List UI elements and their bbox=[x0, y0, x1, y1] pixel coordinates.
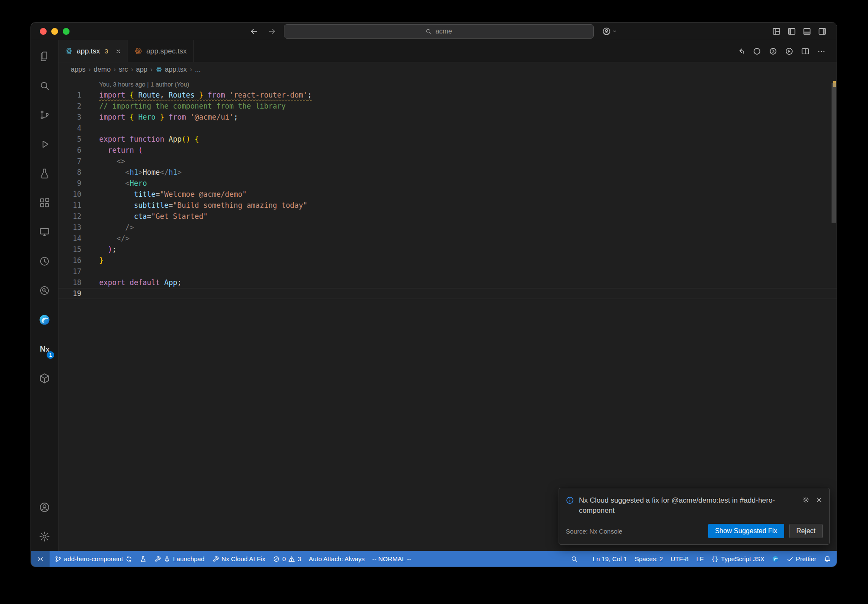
tab-app.spec.tsx[interactable]: app.spec.tsx bbox=[128, 40, 193, 62]
notification-source: Source: Nx Console bbox=[566, 528, 708, 535]
breadcrumb-item[interactable]: app bbox=[135, 66, 149, 73]
line-number[interactable]: 19 bbox=[58, 288, 81, 299]
zoom-icon bbox=[571, 556, 578, 562]
code-line-6: 6 return ( bbox=[58, 145, 837, 156]
more-actions-icon[interactable] bbox=[817, 47, 826, 56]
launchpad[interactable]: Launchpad bbox=[150, 551, 208, 567]
remote-indicator[interactable] bbox=[31, 551, 50, 567]
notification-close-icon[interactable] bbox=[815, 496, 823, 503]
nx-cloud-ai-fix[interactable]: Nx Cloud AI Fix bbox=[209, 551, 269, 567]
cursor-position[interactable]: Ln 19, Col 1 bbox=[589, 551, 631, 567]
notification-toast: Nx Cloud suggested a fix for @acme/demo:… bbox=[559, 488, 830, 545]
activity-extensions[interactable] bbox=[31, 188, 58, 217]
activity-run-debug[interactable] bbox=[31, 129, 58, 159]
line-number[interactable]: 14 bbox=[58, 233, 81, 244]
reject-button[interactable]: Reject bbox=[789, 524, 823, 538]
label: Ln 19, Col 1 bbox=[593, 555, 627, 562]
breadcrumb-item[interactable]: ... bbox=[194, 66, 202, 73]
line-content: ); bbox=[81, 244, 117, 255]
show-suggested-fix-button[interactable]: Show Suggested Fix bbox=[708, 524, 784, 538]
line-number[interactable]: 1 bbox=[58, 89, 81, 101]
activity-timeline[interactable] bbox=[31, 246, 58, 276]
activity-search[interactable] bbox=[31, 71, 58, 100]
line-number[interactable]: 4 bbox=[58, 123, 81, 134]
breadcrumb-separator: › bbox=[112, 66, 117, 73]
notifications-bell[interactable] bbox=[820, 551, 837, 567]
navigate-forward-button[interactable] bbox=[267, 27, 276, 36]
line-number[interactable]: 5 bbox=[58, 134, 81, 145]
line-number[interactable]: 3 bbox=[58, 112, 81, 123]
encoding[interactable]: UTF-8 bbox=[667, 551, 693, 567]
code-line-3: 3import { Hero } from '@acme/ui'; bbox=[58, 112, 837, 123]
notification-settings-icon[interactable] bbox=[802, 496, 810, 503]
maximize-window-button[interactable] bbox=[63, 28, 70, 35]
breadcrumb-item[interactable]: demo bbox=[92, 66, 112, 73]
navigate-back-button[interactable] bbox=[250, 27, 259, 36]
vim-mode[interactable]: -- NORMAL -- bbox=[368, 551, 415, 567]
discard-changes-icon[interactable] bbox=[737, 47, 745, 56]
activity-source-control[interactable] bbox=[31, 100, 58, 129]
line-number[interactable]: 17 bbox=[58, 266, 81, 277]
line-number[interactable]: 2 bbox=[58, 101, 81, 112]
line-number[interactable]: 15 bbox=[58, 244, 81, 255]
run-icon[interactable] bbox=[785, 47, 793, 56]
activity-inspect[interactable] bbox=[31, 276, 58, 305]
code-editor[interactable]: You, 3 hours ago | 1 author (You) 1impor… bbox=[58, 77, 837, 551]
customize-layout-button[interactable] bbox=[772, 27, 781, 36]
circle-icon[interactable] bbox=[753, 47, 761, 56]
activity-explorer[interactable] bbox=[31, 42, 58, 71]
auto-attach[interactable]: Auto Attach: Always bbox=[305, 551, 369, 567]
breadcrumb-item[interactable]: src bbox=[117, 66, 129, 73]
activity-edge[interactable] bbox=[31, 305, 58, 334]
label: UTF-8 bbox=[670, 555, 689, 562]
line-number[interactable]: 13 bbox=[58, 222, 81, 233]
breadcrumb-item[interactable]: apps bbox=[70, 66, 87, 73]
close-window-button[interactable] bbox=[40, 28, 47, 35]
eol[interactable]: LF bbox=[693, 551, 708, 567]
layout-sidebar-right-button[interactable] bbox=[818, 27, 826, 36]
line-content bbox=[81, 266, 99, 277]
activity-remote-explorer[interactable] bbox=[31, 217, 58, 246]
beaker-status[interactable] bbox=[136, 551, 150, 567]
line-content: } bbox=[81, 255, 103, 266]
window-controls bbox=[40, 28, 70, 35]
line-content: /> bbox=[81, 222, 134, 233]
line-content: export function App() { bbox=[81, 134, 199, 145]
minimize-window-button[interactable] bbox=[51, 28, 58, 35]
prettier[interactable]: Prettier bbox=[783, 551, 820, 567]
line-number[interactable]: 9 bbox=[58, 178, 81, 189]
activity-testing[interactable] bbox=[31, 159, 58, 188]
next-change-icon[interactable] bbox=[769, 47, 777, 56]
zoom-indicator[interactable] bbox=[567, 551, 581, 567]
layout-panel-button[interactable] bbox=[803, 27, 811, 36]
tab-app.tsx[interactable]: app.tsx3 bbox=[58, 40, 128, 62]
codelens[interactable]: You, 3 hours ago | 1 author (You) bbox=[58, 79, 837, 89]
activity-nx[interactable]: Nx1 bbox=[31, 334, 58, 364]
line-number[interactable]: 12 bbox=[58, 211, 81, 222]
line-number[interactable]: 11 bbox=[58, 200, 81, 211]
line-number[interactable]: 10 bbox=[58, 189, 81, 200]
language-mode[interactable]: {}TypeScript JSX bbox=[707, 551, 768, 567]
split-editor-icon[interactable] bbox=[801, 47, 810, 56]
line-content: </> bbox=[81, 233, 130, 244]
activity-settings[interactable] bbox=[31, 522, 58, 551]
close-tab-icon[interactable] bbox=[115, 48, 121, 54]
profile-button[interactable] bbox=[602, 22, 617, 40]
status-left: add-hero-componentLaunchpadNx Cloud AI F… bbox=[31, 551, 415, 567]
edge-icon bbox=[39, 314, 50, 326]
scrollbar-thumb[interactable] bbox=[832, 83, 836, 223]
line-number[interactable]: 7 bbox=[58, 156, 81, 167]
layout-sidebar-left-button[interactable] bbox=[787, 27, 796, 36]
activity-package[interactable] bbox=[31, 364, 58, 393]
problems[interactable]: 03 bbox=[269, 551, 305, 567]
line-number[interactable]: 8 bbox=[58, 167, 81, 178]
line-number[interactable]: 6 bbox=[58, 145, 81, 156]
command-center-search[interactable]: acme bbox=[284, 24, 594, 39]
line-number[interactable]: 18 bbox=[58, 277, 81, 288]
line-number[interactable]: 16 bbox=[58, 255, 81, 266]
git-branch[interactable]: add-hero-component bbox=[51, 551, 136, 567]
indentation[interactable]: Spaces: 2 bbox=[631, 551, 667, 567]
activity-account[interactable] bbox=[31, 492, 58, 522]
breadcrumb-item[interactable]: app.tsx bbox=[154, 66, 188, 73]
edge-browser[interactable] bbox=[768, 551, 783, 567]
